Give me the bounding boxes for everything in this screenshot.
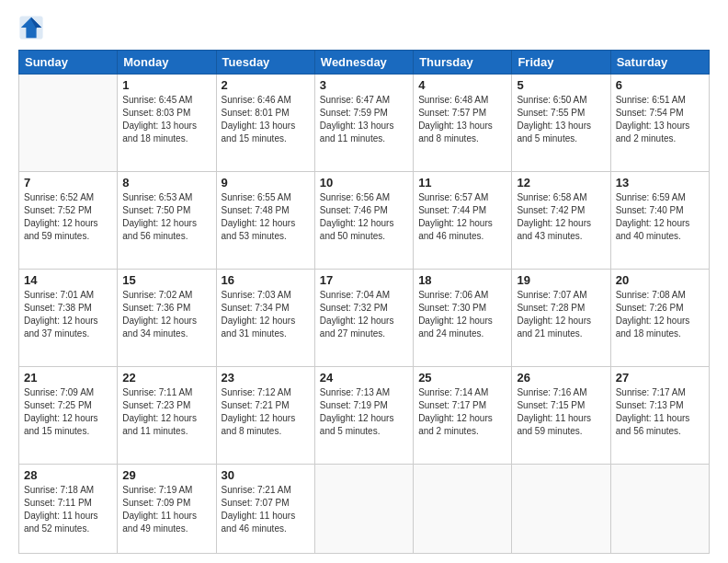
calendar-cell: 5Sunrise: 6:50 AMSunset: 7:55 PMDaylight…	[512, 75, 610, 172]
weekday-header: Friday	[512, 51, 610, 75]
calendar-cell: 10Sunrise: 6:56 AMSunset: 7:46 PMDayligh…	[314, 172, 413, 270]
day-number: 18	[418, 273, 506, 287]
calendar-cell: 13Sunrise: 6:59 AMSunset: 7:40 PMDayligh…	[610, 172, 709, 270]
day-number: 10	[320, 176, 408, 190]
calendar-cell: 11Sunrise: 6:57 AMSunset: 7:44 PMDayligh…	[414, 172, 512, 270]
day-number: 24	[320, 371, 408, 385]
day-number: 21	[24, 371, 112, 385]
day-number: 1	[122, 78, 210, 92]
day-info: Sunrise: 6:46 AMSunset: 8:01 PMDaylight:…	[222, 94, 310, 145]
calendar-cell: 27Sunrise: 7:17 AMSunset: 7:13 PMDayligh…	[610, 367, 709, 465]
day-number: 27	[616, 371, 704, 385]
calendar-cell: 17Sunrise: 7:04 AMSunset: 7:32 PMDayligh…	[314, 270, 413, 367]
calendar-cell: 22Sunrise: 7:11 AMSunset: 7:23 PMDayligh…	[118, 367, 216, 465]
calendar-cell: 28Sunrise: 7:18 AMSunset: 7:11 PMDayligh…	[19, 465, 118, 554]
calendar-cell: 6Sunrise: 6:51 AMSunset: 7:54 PMDaylight…	[610, 75, 709, 172]
day-number: 14	[24, 273, 112, 287]
calendar-cell: 9Sunrise: 6:55 AMSunset: 7:48 PMDaylight…	[216, 172, 314, 270]
calendar-week-row: 7Sunrise: 6:52 AMSunset: 7:52 PMDaylight…	[19, 172, 710, 270]
day-info: Sunrise: 7:19 AMSunset: 7:09 PMDaylight:…	[122, 484, 210, 535]
weekday-header: Sunday	[19, 51, 118, 75]
day-info: Sunrise: 7:06 AMSunset: 7:30 PMDaylight:…	[418, 289, 506, 340]
weekday-header: Monday	[118, 51, 216, 75]
day-number: 3	[320, 78, 408, 92]
day-info: Sunrise: 6:53 AMSunset: 7:50 PMDaylight:…	[122, 191, 210, 243]
calendar-cell	[314, 465, 413, 554]
weekday-header: Wednesday	[314, 51, 413, 75]
day-info: Sunrise: 7:08 AMSunset: 7:26 PMDaylight:…	[616, 289, 704, 340]
day-info: Sunrise: 6:52 AMSunset: 7:52 PMDaylight:…	[24, 191, 112, 243]
calendar-cell: 18Sunrise: 7:06 AMSunset: 7:30 PMDayligh…	[414, 270, 512, 367]
day-info: Sunrise: 6:57 AMSunset: 7:44 PMDaylight:…	[418, 191, 506, 243]
day-info: Sunrise: 7:21 AMSunset: 7:07 PMDaylight:…	[222, 484, 310, 535]
day-number: 25	[418, 371, 506, 385]
calendar-cell: 1Sunrise: 6:45 AMSunset: 8:03 PMDaylight…	[118, 75, 216, 172]
day-info: Sunrise: 6:59 AMSunset: 7:40 PMDaylight:…	[616, 191, 704, 243]
page: SundayMondayTuesdayWednesdayThursdayFrid…	[0, 0, 728, 563]
day-number: 11	[418, 176, 506, 190]
calendar-body: 1Sunrise: 6:45 AMSunset: 8:03 PMDaylight…	[19, 75, 710, 554]
day-number: 5	[517, 78, 605, 92]
day-number: 16	[222, 273, 310, 287]
day-number: 20	[616, 273, 704, 287]
calendar-cell: 26Sunrise: 7:16 AMSunset: 7:15 PMDayligh…	[512, 367, 610, 465]
day-info: Sunrise: 6:50 AMSunset: 7:55 PMDaylight:…	[517, 94, 605, 145]
calendar-cell: 3Sunrise: 6:47 AMSunset: 7:59 PMDaylight…	[314, 75, 413, 172]
header	[18, 15, 710, 40]
day-number: 30	[222, 468, 310, 482]
calendar-cell: 15Sunrise: 7:02 AMSunset: 7:36 PMDayligh…	[118, 270, 216, 367]
calendar-cell	[512, 465, 610, 554]
day-info: Sunrise: 7:01 AMSunset: 7:38 PMDaylight:…	[24, 289, 112, 340]
calendar-cell	[414, 465, 512, 554]
day-info: Sunrise: 7:14 AMSunset: 7:17 PMDaylight:…	[418, 386, 506, 438]
calendar-table: SundayMondayTuesdayWednesdayThursdayFrid…	[18, 50, 710, 554]
calendar-cell: 2Sunrise: 6:46 AMSunset: 8:01 PMDaylight…	[216, 75, 314, 172]
calendar-week-row: 28Sunrise: 7:18 AMSunset: 7:11 PMDayligh…	[19, 465, 710, 554]
day-number: 13	[616, 176, 704, 190]
calendar-cell: 29Sunrise: 7:19 AMSunset: 7:09 PMDayligh…	[118, 465, 216, 554]
calendar-cell: 23Sunrise: 7:12 AMSunset: 7:21 PMDayligh…	[216, 367, 314, 465]
day-info: Sunrise: 7:02 AMSunset: 7:36 PMDaylight:…	[122, 289, 210, 340]
day-number: 28	[24, 468, 112, 482]
day-info: Sunrise: 7:17 AMSunset: 7:13 PMDaylight:…	[616, 386, 704, 438]
day-number: 15	[122, 273, 210, 287]
logo	[18, 15, 48, 40]
calendar-header: SundayMondayTuesdayWednesdayThursdayFrid…	[19, 51, 710, 75]
calendar-cell: 24Sunrise: 7:13 AMSunset: 7:19 PMDayligh…	[314, 367, 413, 465]
day-info: Sunrise: 7:11 AMSunset: 7:23 PMDaylight:…	[122, 386, 210, 438]
weekday-header: Thursday	[414, 51, 512, 75]
calendar-cell: 21Sunrise: 7:09 AMSunset: 7:25 PMDayligh…	[19, 367, 118, 465]
calendar-cell: 20Sunrise: 7:08 AMSunset: 7:26 PMDayligh…	[610, 270, 709, 367]
day-number: 12	[517, 176, 605, 190]
logo-icon	[18, 15, 44, 40]
day-number: 8	[122, 176, 210, 190]
day-number: 19	[517, 273, 605, 287]
day-info: Sunrise: 7:13 AMSunset: 7:19 PMDaylight:…	[320, 386, 408, 438]
calendar-cell: 12Sunrise: 6:58 AMSunset: 7:42 PMDayligh…	[512, 172, 610, 270]
calendar-cell: 30Sunrise: 7:21 AMSunset: 7:07 PMDayligh…	[216, 465, 314, 554]
day-number: 6	[616, 78, 704, 92]
day-number: 9	[222, 176, 310, 190]
weekday-header: Saturday	[610, 51, 709, 75]
day-info: Sunrise: 6:47 AMSunset: 7:59 PMDaylight:…	[320, 94, 408, 145]
calendar-week-row: 14Sunrise: 7:01 AMSunset: 7:38 PMDayligh…	[19, 270, 710, 367]
calendar-cell: 7Sunrise: 6:52 AMSunset: 7:52 PMDaylight…	[19, 172, 118, 270]
day-info: Sunrise: 6:45 AMSunset: 8:03 PMDaylight:…	[122, 94, 210, 145]
day-info: Sunrise: 6:48 AMSunset: 7:57 PMDaylight:…	[418, 94, 506, 145]
day-info: Sunrise: 7:16 AMSunset: 7:15 PMDaylight:…	[517, 386, 605, 438]
day-number: 17	[320, 273, 408, 287]
weekday-header: Tuesday	[216, 51, 314, 75]
day-info: Sunrise: 6:55 AMSunset: 7:48 PMDaylight:…	[222, 191, 310, 243]
day-info: Sunrise: 7:09 AMSunset: 7:25 PMDaylight:…	[24, 386, 112, 438]
day-number: 4	[418, 78, 506, 92]
day-info: Sunrise: 7:18 AMSunset: 7:11 PMDaylight:…	[24, 484, 112, 535]
calendar-cell	[19, 75, 118, 172]
calendar-cell: 16Sunrise: 7:03 AMSunset: 7:34 PMDayligh…	[216, 270, 314, 367]
day-number: 2	[222, 78, 310, 92]
calendar-cell: 4Sunrise: 6:48 AMSunset: 7:57 PMDaylight…	[414, 75, 512, 172]
day-info: Sunrise: 7:12 AMSunset: 7:21 PMDaylight:…	[222, 386, 310, 438]
calendar-cell: 14Sunrise: 7:01 AMSunset: 7:38 PMDayligh…	[19, 270, 118, 367]
day-number: 22	[122, 371, 210, 385]
day-number: 23	[222, 371, 310, 385]
weekday-row: SundayMondayTuesdayWednesdayThursdayFrid…	[19, 51, 710, 75]
